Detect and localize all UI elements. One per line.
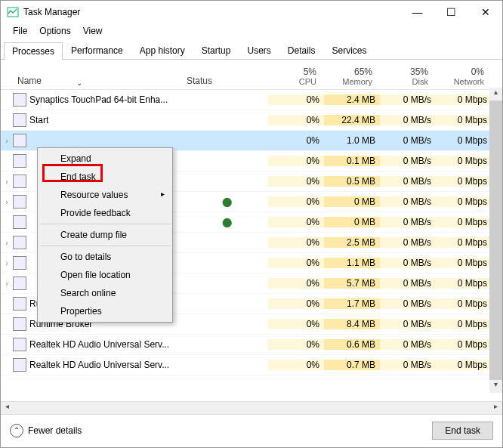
process-cpu: 0% [268,319,324,329]
process-row[interactable]: Synaptics TouchPad 64-bit Enha...0%2.4 M… [1,90,502,110]
col-memory[interactable]: 65% Memory [321,66,377,89]
col-cpu[interactable]: 5% CPU [265,66,321,89]
context-properties[interactable]: Properties [39,302,171,320]
process-cpu: 0% [268,298,324,309]
context-expand[interactable]: Expand [39,150,171,168]
process-status: ⬤ [185,217,268,227]
expand-chevron-icon[interactable]: › [1,280,13,288]
expand-chevron-icon[interactable]: › [1,137,13,145]
process-icon [13,256,26,270]
close-button[interactable]: ✕ [468,1,502,23]
process-network: 0 Mbps [436,94,492,105]
process-disk: 0 MB/s [380,135,436,146]
expand-chevron-icon[interactable]: › [1,198,13,206]
col-name-label: Name [17,76,42,86]
process-disk: 0 MB/s [380,339,436,350]
process-memory: 8.4 MB [324,319,380,329]
process-row[interactable]: Realtek HD Audio Universal Serv...0%0.7 … [1,355,502,375]
menu-file[interactable]: File [7,24,33,38]
expand-chevron-icon[interactable]: › [1,259,13,267]
expand-chevron-icon[interactable]: › [1,239,13,247]
process-cpu: 0% [268,135,324,146]
process-cpu: 0% [268,196,324,207]
tab-strip: ProcessesPerformanceApp historyStartupUs… [1,42,502,60]
process-icon [13,195,26,209]
chevron-up-icon: ⌃ [10,424,23,437]
column-headers: ⌄ Name Status 5% CPU 65% Memory 35% Disk… [1,60,502,90]
horizontal-scrollbar[interactable]: ◂ ▸ [1,401,502,414]
process-network: 0 Mbps [436,258,492,268]
process-network: 0 Mbps [436,217,492,227]
scroll-right-icon[interactable]: ▸ [489,402,502,415]
minimize-button[interactable]: — [400,1,434,23]
fewer-details-button[interactable]: ⌃ Fewer details [10,424,432,437]
process-icon [13,113,26,127]
context-go-to-details[interactable]: Go to details [39,246,171,266]
process-cpu: 0% [268,217,324,227]
tab-processes[interactable]: Processes [4,42,63,60]
col-name[interactable]: ⌄ Name [1,76,182,89]
col-status[interactable]: Status [182,76,265,89]
scroll-down-icon[interactable]: ▾ [489,380,502,393]
scroll-up-icon[interactable]: ▴ [489,88,502,100]
context-resource-values[interactable]: Resource values▸ [39,186,171,204]
expand-chevron-icon[interactable]: › [1,178,13,186]
process-cpu: 0% [268,156,324,166]
process-row[interactable]: Start0%22.4 MB0 MB/s0 Mbps [1,110,502,131]
tab-performance[interactable]: Performance [63,42,131,59]
process-disk: 0 MB/s [380,319,436,329]
efficiency-leaf-icon: ⬤ [222,196,232,207]
context-search-online[interactable]: Search online [39,284,171,302]
process-memory: 0 MB [324,217,380,227]
tab-services[interactable]: Services [324,42,375,59]
process-icon [13,154,26,168]
process-row[interactable]: Realtek HD Audio Universal Serv...0%0.6 … [1,335,502,355]
memory-pct: 65% [321,66,372,77]
cpu-label: CPU [265,77,316,86]
disk-pct: 35% [377,66,428,77]
process-network: 0 Mbps [436,156,492,166]
process-memory: 5.7 MB [324,278,380,289]
menu-options[interactable]: Options [33,24,76,38]
network-pct: 0% [433,66,484,77]
process-network: 0 Mbps [436,339,492,350]
process-cpu: 0% [268,237,324,248]
disk-label: Disk [377,77,428,86]
fewer-details-label: Fewer details [28,425,82,436]
context-create-dump-file[interactable]: Create dump file [39,224,171,244]
titlebar: Task Manager — ☐ ✕ [1,1,502,23]
process-disk: 0 MB/s [380,176,436,187]
process-memory: 0.7 MB [324,360,380,370]
scroll-left-icon[interactable]: ◂ [1,402,14,415]
cpu-pct: 5% [265,66,316,77]
end-task-button[interactable]: End task [432,422,493,440]
process-memory: 2.4 MB [324,94,380,105]
taskmgr-icon [7,6,19,18]
process-name: Realtek HD Audio Universal Serv... [29,339,185,350]
context-provide-feedback[interactable]: Provide feedback [39,204,171,222]
process-cpu: 0% [268,258,324,268]
process-icon [13,215,26,229]
menu-view[interactable]: View [77,24,109,38]
tab-details[interactable]: Details [279,42,324,59]
process-memory: 0.6 MB [324,339,380,350]
process-disk: 0 MB/s [380,278,436,289]
vertical-scrollbar[interactable]: ▴ ▾ [489,88,502,393]
process-icon [13,317,26,331]
process-icon [13,358,26,372]
process-icon [13,134,26,147]
tab-startup[interactable]: Startup [193,42,239,59]
tab-app-history[interactable]: App history [131,42,193,59]
maximize-button[interactable]: ☐ [434,1,468,23]
scroll-thumb[interactable] [489,100,502,380]
col-disk[interactable]: 35% Disk [377,66,433,89]
context-open-file-location[interactable]: Open file location [39,266,171,284]
process-network: 0 Mbps [436,135,492,146]
process-disk: 0 MB/s [380,298,436,309]
col-network[interactable]: 0% Network [433,66,489,89]
context-end-task[interactable]: End task [39,168,171,186]
tab-users[interactable]: Users [239,42,279,59]
process-icon [13,277,26,290]
process-network: 0 Mbps [436,360,492,370]
memory-label: Memory [321,77,372,86]
